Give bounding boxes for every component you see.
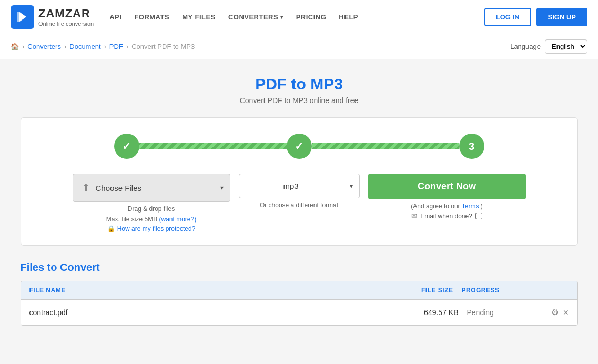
choose-files-label: Choose Files	[96, 184, 142, 193]
breadcrumb: 🏠 › Converters › Document › PDF › Conver…	[11, 43, 195, 50]
header-buttons: LOG IN SIGN UP	[484, 8, 587, 26]
svg-rect-2	[17, 12, 19, 22]
main-content: PDF to MP3 Convert PDF to MP3 online and…	[10, 59, 589, 341]
signup-button[interactable]: SIGN UP	[536, 8, 587, 26]
format-group: mp3 ▾ Or choose a different format	[239, 174, 360, 209]
files-table-header: FILE NAME FILE SIZE PROGRESS	[21, 281, 577, 300]
nav-converters[interactable]: CONVERTERS ▾	[228, 13, 283, 21]
terms-link[interactable]: Terms	[462, 203, 479, 210]
step-connector-2	[312, 143, 459, 149]
nav-pricing[interactable]: PRICING	[296, 13, 327, 21]
row-settings-icon[interactable]: ⚙	[551, 307, 559, 317]
step-3	[459, 134, 484, 159]
breadcrumb-sep4: ›	[126, 43, 128, 50]
max-size-hint: Max. file size 5MB (want more?)	[106, 216, 196, 223]
email-label: Email when done?	[420, 213, 472, 220]
logo-subtitle: Online file conversion	[38, 21, 94, 27]
lock-icon: 🔒	[107, 225, 115, 232]
step-2	[287, 134, 312, 159]
format-dropdown-icon[interactable]: ▾	[343, 175, 359, 197]
logo[interactable]: ZAMZAR Online file conversion	[11, 5, 94, 29]
step-1	[114, 134, 139, 159]
breadcrumb-document[interactable]: Document	[69, 43, 100, 50]
header: ZAMZAR Online file conversion API FORMAT…	[0, 0, 598, 34]
email-done-checkbox[interactable]	[475, 213, 482, 219]
page-title: PDF to MP3	[21, 75, 578, 93]
col-header-filesize: FILE SIZE	[401, 287, 453, 294]
logo-name: ZAMZAR	[38, 7, 94, 21]
breadcrumb-converters[interactable]: Converters	[27, 43, 61, 50]
files-table: FILE NAME FILE SIZE PROGRESS contract.pd…	[21, 281, 578, 326]
breadcrumb-bar: 🏠 › Converters › Document › PDF › Conver…	[0, 34, 598, 59]
choose-files-main: ⬆ Choose Files	[73, 174, 214, 201]
converters-dropdown-icon: ▾	[280, 14, 283, 20]
protect-files-link[interactable]: 🔒 How are my files protected?	[107, 225, 196, 232]
page-title-area: PDF to MP3 Convert PDF to MP3 online and…	[21, 75, 578, 105]
drag-drop-hint: Drag & drop files	[128, 205, 175, 213]
main-nav: API FORMATS MY FILES CONVERTERS ▾ PRICIN…	[109, 13, 484, 21]
convert-agree: (And agree to our Terms )	[411, 203, 483, 210]
email-done-row: ✉ Email when done?	[411, 212, 482, 220]
steps-row	[37, 134, 562, 159]
breadcrumb-sep3: ›	[104, 43, 106, 50]
choose-files-button[interactable]: ⬆ Choose Files ▾	[73, 174, 230, 202]
convert-group: Convert Now (And agree to our Terms ) ✉ …	[368, 174, 526, 220]
language-select[interactable]: English	[545, 39, 587, 54]
row-progress: Pending	[459, 308, 543, 317]
upload-icon: ⬆	[82, 181, 90, 194]
logo-icon	[11, 5, 34, 29]
format-select-button[interactable]: mp3 ▾	[239, 174, 360, 198]
want-more-link[interactable]: (want more?)	[159, 216, 197, 223]
breadcrumb-sep: ›	[22, 43, 24, 50]
row-remove-icon[interactable]: ✕	[563, 308, 569, 317]
files-title-dynamic: Convert	[60, 261, 100, 273]
row-actions: ⚙ ✕	[551, 307, 569, 317]
files-title-static: Files to	[21, 261, 57, 273]
email-icon: ✉	[411, 212, 417, 220]
files-section: Files to Convert FILE NAME FILE SIZE PRO…	[21, 261, 578, 326]
breadcrumb-sep2: ›	[64, 43, 66, 50]
col-header-progress: PROGRESS	[453, 287, 538, 294]
nav-help[interactable]: HELP	[339, 13, 358, 21]
breadcrumb-current: Convert PDF to MP3	[131, 43, 195, 50]
page-subtitle: Convert PDF to MP3 online and free	[21, 96, 578, 105]
breadcrumb-home[interactable]: 🏠	[11, 43, 19, 50]
format-hint: Or choose a different format	[260, 201, 338, 209]
choose-files-dropdown-icon[interactable]: ▾	[214, 177, 230, 199]
nav-api[interactable]: API	[109, 13, 121, 21]
row-filename: contract.pdf	[29, 308, 406, 317]
nav-my-files[interactable]: MY FILES	[182, 13, 216, 21]
logo-text: ZAMZAR Online file conversion	[38, 7, 94, 27]
step-connector-1	[139, 143, 287, 149]
files-title: Files to Convert	[21, 261, 578, 274]
language-label: Language	[510, 43, 541, 50]
choose-files-group: ⬆ Choose Files ▾ Drag & drop files Max. …	[73, 174, 230, 232]
col-header-filename: FILE NAME	[29, 287, 401, 294]
language-area: Language English	[510, 39, 587, 54]
row-filesize: 649.57 KB	[406, 308, 459, 317]
table-row: contract.pdf 649.57 KB Pending ⚙ ✕	[21, 300, 577, 325]
login-button[interactable]: LOG IN	[484, 8, 531, 26]
breadcrumb-pdf[interactable]: PDF	[109, 43, 123, 50]
format-value: mp3	[239, 174, 343, 198]
controls-row: ⬆ Choose Files ▾ Drag & drop files Max. …	[37, 174, 562, 232]
convert-now-button[interactable]: Convert Now	[368, 174, 526, 199]
nav-formats[interactable]: FORMATS	[134, 13, 169, 21]
converter-card: ⬆ Choose Files ▾ Drag & drop files Max. …	[21, 117, 578, 246]
